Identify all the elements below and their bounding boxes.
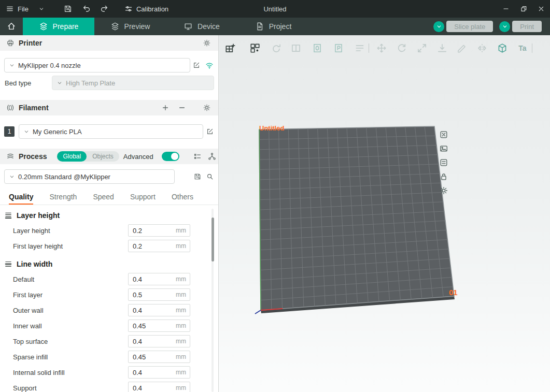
- param-unit: mm: [176, 307, 186, 314]
- param-label: Default: [13, 275, 34, 283]
- delete-plate-button[interactable]: [439, 129, 448, 139]
- bed-type-label: Bed type: [4, 79, 31, 87]
- param-unit: mm: [176, 291, 186, 298]
- clone-icon[interactable]: [311, 41, 324, 55]
- filament-preset-value: My Generic PLA: [33, 128, 82, 136]
- process-section-title: Process: [19, 152, 47, 161]
- calibration-button[interactable]: Calibration: [124, 5, 168, 13]
- save-button[interactable]: [61, 2, 75, 16]
- group-title: Layer height: [17, 211, 60, 220]
- cut-icon[interactable]: [455, 41, 469, 55]
- param-input-first-layer-width[interactable]: [129, 289, 173, 300]
- redo-icon: [100, 4, 109, 13]
- param-input-layer-height[interactable]: [129, 225, 173, 236]
- param-input-support-width[interactable]: [129, 382, 173, 392]
- restore-icon: [519, 5, 528, 13]
- param-input-top-surface-width[interactable]: [129, 336, 173, 347]
- param-label: Layer height: [13, 227, 50, 235]
- param-input-outer-wall-width[interactable]: [129, 304, 173, 316]
- auto-orient-icon[interactable]: [270, 41, 283, 55]
- undo-button[interactable]: [80, 2, 93, 16]
- file-menu-button[interactable]: File: [0, 5, 45, 13]
- tab-preview[interactable]: Preview: [94, 18, 166, 35]
- close-button[interactable]: [532, 0, 550, 18]
- slice-plate-button[interactable]: Slice plate: [446, 21, 493, 32]
- plate-image-icon: [439, 144, 448, 153]
- param-input-sparse-infill-width[interactable]: [129, 351, 173, 362]
- plate-list-button[interactable]: [439, 157, 448, 167]
- sidebar: Printer MyKlipper 0.4 nozzle Bed type Hi…: [0, 35, 219, 392]
- arrange-icon[interactable]: [248, 41, 262, 55]
- add-filament-button[interactable]: [161, 104, 170, 112]
- parameter-table-button[interactable]: [193, 152, 202, 161]
- filament-slot-badge[interactable]: 1: [4, 126, 15, 137]
- bed-type-select[interactable]: High Temp Plate: [52, 76, 214, 90]
- param-label: Internal solid infill: [13, 369, 65, 376]
- group-title: Line width: [17, 260, 52, 268]
- edit-filament-button[interactable]: [206, 127, 214, 136]
- assembly-icon[interactable]: [496, 41, 509, 55]
- primitive-icon[interactable]: [332, 41, 345, 55]
- tab-speed[interactable]: Speed: [93, 189, 114, 205]
- minimize-button[interactable]: [497, 0, 515, 18]
- rotate-icon[interactable]: [395, 41, 408, 55]
- tab-prepare[interactable]: Prepare: [23, 18, 94, 35]
- build-plate: [219, 35, 550, 392]
- sidebar-scrollbar-thumb[interactable]: [211, 217, 214, 262]
- plate-snapshot-button[interactable]: [439, 143, 448, 153]
- split-icon[interactable]: [289, 41, 303, 55]
- plate-number-label: 01: [449, 288, 458, 297]
- variable-layer-icon[interactable]: [353, 41, 366, 55]
- param-input-inner-wall-width[interactable]: [129, 320, 173, 331]
- add-plate-icon[interactable]: [223, 41, 237, 55]
- home-button[interactable]: [0, 18, 23, 35]
- plus-icon: [161, 104, 170, 112]
- restore-button[interactable]: [515, 0, 532, 18]
- slice-options-button[interactable]: [433, 21, 444, 32]
- param-input-first-layer-height[interactable]: [129, 240, 173, 252]
- param-field: mm: [128, 224, 190, 237]
- tab-quality[interactable]: Quality: [9, 189, 33, 205]
- lay-flat-icon[interactable]: [435, 41, 449, 55]
- param-input-default-width[interactable]: [129, 273, 173, 285]
- remove-filament-button[interactable]: [178, 104, 186, 112]
- tab-others[interactable]: Others: [172, 189, 193, 205]
- printer-icon: [6, 39, 15, 47]
- scope-global-button[interactable]: Global: [57, 151, 87, 162]
- printer-settings-button[interactable]: [203, 39, 211, 47]
- redo-button[interactable]: [97, 2, 111, 16]
- process-preset-value: 0.20mm Standard @MyKlipper: [18, 173, 110, 181]
- param-unit: mm: [176, 242, 186, 250]
- advanced-toggle[interactable]: [162, 152, 179, 161]
- search-icon: [206, 172, 214, 181]
- plate-name-label[interactable]: Untitled: [259, 124, 284, 132]
- scope-objects-button[interactable]: Objects: [87, 151, 119, 162]
- lock-plate-button[interactable]: [439, 171, 448, 181]
- mirror-icon[interactable]: [475, 41, 489, 55]
- tab-label: Project: [269, 22, 292, 31]
- text-tool-icon[interactable]: Ta: [516, 41, 529, 55]
- param-field: mm: [128, 320, 190, 332]
- compare-presets-button[interactable]: [207, 152, 217, 161]
- save-icon: [193, 172, 202, 181]
- tab-device[interactable]: Device: [166, 18, 237, 35]
- param-row: Outer wall mm: [0, 302, 218, 318]
- edit-printer-button[interactable]: [192, 61, 201, 69]
- param-input-internal-solid-infill-width[interactable]: [129, 367, 173, 378]
- filament-preset-select[interactable]: My Generic PLA: [19, 124, 203, 139]
- plate-settings-button[interactable]: [439, 185, 448, 195]
- tab-strength[interactable]: Strength: [49, 189, 77, 205]
- move-icon[interactable]: [375, 41, 388, 55]
- filament-settings-button[interactable]: [203, 104, 211, 112]
- viewport[interactable]: Ta Untitled 01: [219, 35, 550, 392]
- printer-connection-button[interactable]: [205, 61, 214, 70]
- print-options-button[interactable]: [499, 21, 510, 32]
- process-preset-select[interactable]: 0.20mm Standard @MyKlipper: [4, 169, 175, 184]
- print-button[interactable]: Print: [512, 21, 542, 32]
- search-params-button[interactable]: [206, 172, 214, 181]
- printer-preset-select[interactable]: MyKlipper 0.4 nozzle: [4, 58, 190, 72]
- save-preset-button[interactable]: [193, 172, 202, 181]
- tab-project[interactable]: Project: [237, 18, 309, 35]
- tab-support[interactable]: Support: [130, 189, 156, 205]
- scale-icon[interactable]: [415, 41, 429, 55]
